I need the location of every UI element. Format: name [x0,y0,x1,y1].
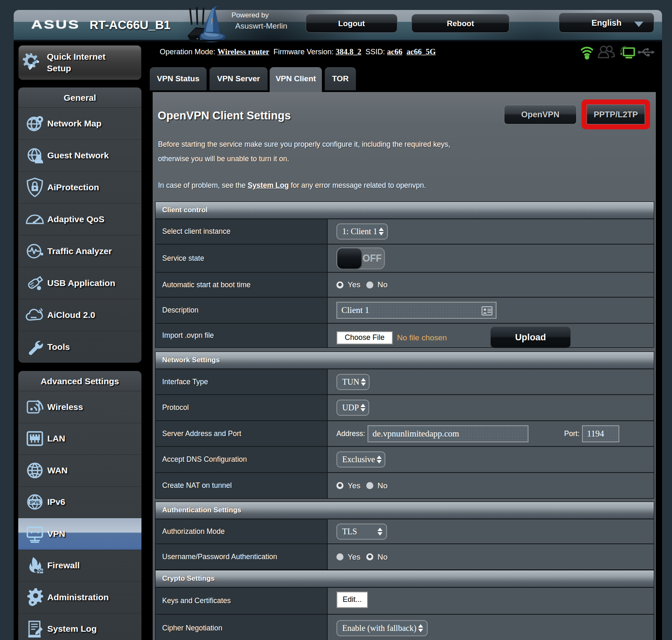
svg-text:IPV6: IPV6 [30,500,40,505]
